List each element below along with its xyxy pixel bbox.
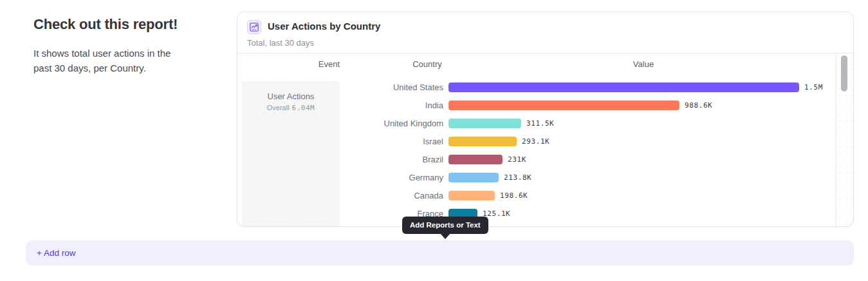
value-label: 213.8K [504,173,531,182]
add-row-button[interactable]: + Add row [26,240,854,266]
country-label: Brazil [340,155,443,164]
tooltip-caret [440,233,450,239]
bar-united-kingdom[interactable] [448,119,521,128]
add-tooltip: Add Reports or Text [402,217,488,234]
value-label: 231K [508,155,526,164]
country-label: United Kingdom [340,119,443,128]
value-label: 311.5K [526,119,554,128]
add-row-label: + Add row [37,248,75,258]
add-tooltip-label: Add Reports or Text [410,221,481,229]
report-subtitle: Total, last 30 days [247,38,314,48]
value-label: 293.1K [522,137,549,146]
chart-rows: United States1.5MIndia988.6KUnited Kingd… [237,53,853,226]
chart-scrollbar-track[interactable] [836,53,853,226]
country-label: Germany [340,173,443,182]
bar-canada[interactable] [448,191,495,200]
board-page: Check out this report! It shows total us… [0,0,868,281]
country-label: United States [340,82,443,92]
line-chart-icon [247,20,261,34]
bar-brazil[interactable] [448,155,503,164]
country-label: Israel [340,137,443,146]
country-label: India [340,101,443,110]
value-label: 1.5M [804,83,823,92]
value-label: 198.6K [500,191,528,200]
board-heading: Check out this report! [33,16,178,33]
board-description: It shows total user actions in the past … [33,46,189,75]
chart-scrollbar-thumb[interactable] [841,55,847,92]
bar-germany[interactable] [448,173,499,182]
report-card: User Actions by Country Total, last 30 d… [237,12,854,227]
value-label: 988.6K [685,101,712,110]
country-label: Canada [340,191,443,200]
report-card-header: User Actions by Country Total, last 30 d… [237,12,853,53]
bar-israel[interactable] [448,137,517,146]
bar-india[interactable] [448,101,679,110]
report-title[interactable]: User Actions by Country [268,21,380,32]
bar-united-states[interactable] [448,82,799,92]
chart-area: Event Country Value User Actions Overall… [237,53,853,226]
